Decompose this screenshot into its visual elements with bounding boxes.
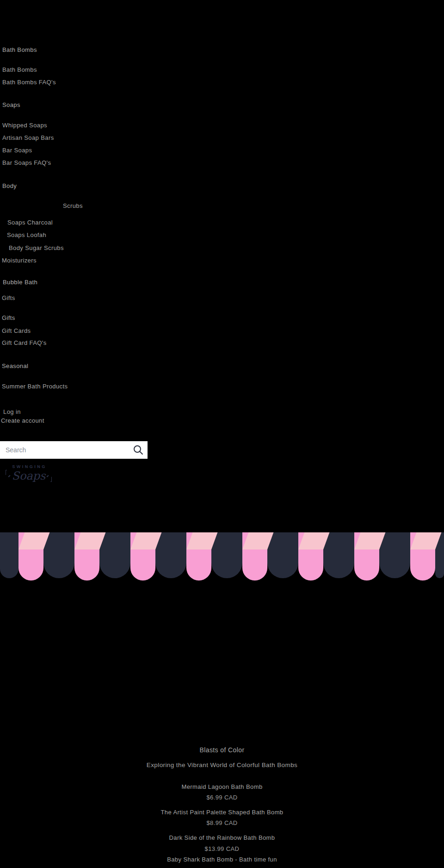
product-price: $13.99 CAD [0,845,444,852]
sparkle-icon [47,475,49,477]
awning-stripe-dark [211,532,242,578]
awning-stripe-dark [379,532,410,578]
awning-stripe-dark [267,532,298,578]
awning-stripe-dark [0,532,18,578]
menu-item-create-account[interactable]: Create account [1,417,44,425]
awning-stripe-pink [354,532,379,581]
menu-item-soaps-charcoal[interactable]: Soaps Charcoal [7,219,53,226]
menu-item-gifts[interactable]: Gifts [2,294,15,302]
awning-stripe-pink [298,532,323,581]
menu-item-seasonal[interactable]: Seasonal [2,362,28,370]
menu-item-bar-soaps-faq-s[interactable]: Bar Soaps FAQ's [2,159,51,167]
product-price: $6.99 CAD [0,794,444,801]
awning-stripe-pink [242,532,267,581]
menu-item-gift-cards[interactable]: Gift Cards [2,327,31,335]
awning-stripe-pink [74,532,99,581]
logo-wordmark-script: Soaps [12,470,46,482]
menu-item-bath-bombs[interactable]: Bath Bombs [2,66,37,74]
store-logo[interactable]: SWINGING Soaps [6,464,52,482]
awning-stripe-pink [18,532,43,581]
logo-wordmark-top: SWINGING [6,464,52,469]
featured-title: Blasts of Color [0,746,444,754]
featured-subtitle: Exploring the Vibrant World of Colorful … [0,762,444,768]
logo-corner-decoration [6,470,7,475]
menu-item-summer-bath-products[interactable]: Summer Bath Products [2,383,68,390]
menu-item-body-sugar-scrubs[interactable]: Body Sugar Scrubs [9,244,64,252]
menu-item-bubble-bath[interactable]: Bubble Bath [3,279,37,286]
menu-item-gifts[interactable]: Gifts [2,314,15,322]
awning-stripe-dark [155,532,186,578]
search-bar [0,441,148,459]
page: Bath BombsBath BombsBath Bombs FAQ'sSoap… [0,0,444,868]
product-link[interactable]: Baby Shark Bath Bomb - Bath time fun [0,856,444,863]
search-icon[interactable] [133,444,144,456]
menu-item-whipped-soaps[interactable]: Whipped Soaps [2,122,47,129]
menu-item-moisturizers[interactable]: Moisturizers [2,257,37,264]
product-link[interactable]: The Artist Paint Palette Shaped Bath Bom… [0,809,444,816]
menu-item-bath-bombs-faq-s[interactable]: Bath Bombs FAQ's [2,79,56,86]
awning-stripe-pink [130,532,155,581]
awning-stripe-dark [323,532,354,578]
product-link[interactable]: Mermaid Lagoon Bath Bomb [0,783,444,790]
logo-corner-decoration [50,477,52,482]
awning-stripe-dark [99,532,130,578]
awning-stripe-pink [186,532,211,581]
menu-item-gift-card-faq-s[interactable]: Gift Card FAQ's [2,339,47,347]
drawer-menu: Bath BombsBath BombsBath Bombs FAQ'sSoap… [0,0,444,440]
menu-item-scrubs[interactable]: Scrubs [63,202,83,210]
awning-banner [0,532,444,583]
menu-item-log-in[interactable]: Log in [3,408,21,416]
sparkle-icon [8,475,11,477]
menu-item-body[interactable]: Body [2,182,17,190]
search-input[interactable] [0,441,133,459]
menu-item-bar-soaps[interactable]: Bar Soaps [2,147,32,154]
menu-item-soaps-loofah[interactable]: Soaps Loofah [7,231,46,239]
product-price: $8.99 CAD [0,819,444,826]
menu-item-bath-bombs[interactable]: Bath Bombs [2,46,37,54]
awning-stripe-pink [410,532,435,581]
menu-item-artisan-soap-bars[interactable]: Artisan Soap Bars [2,134,54,142]
menu-item-soaps[interactable]: Soaps [2,101,20,109]
product-link[interactable]: Dark Side of the Rainbow Bath Bomb [0,834,444,841]
awning-stripe-dark [43,532,74,578]
